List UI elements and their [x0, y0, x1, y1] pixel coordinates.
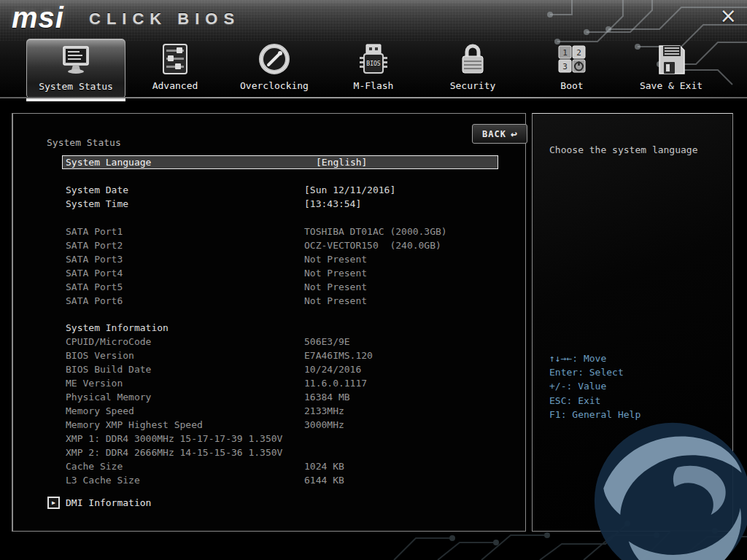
row-label: SATA Port6 — [66, 295, 304, 306]
setting-row-system-date[interactable]: System Date[Sun 12/11/2016] — [66, 184, 395, 198]
status-row-sata6: SATA Port6Not Present — [66, 295, 367, 309]
status-row-bios-version: BIOS VersionE7A46IMS.120 — [66, 350, 373, 364]
nav-underline — [0, 97, 747, 98]
shortcut-help: F1: General Help — [549, 408, 640, 421]
row-label: SATA Port2 — [66, 240, 304, 251]
shortcut-move: ↑↓→←: Move — [549, 351, 640, 365]
close-icon[interactable]: × — [720, 6, 737, 26]
tab-advanced[interactable]: Advanced — [125, 39, 225, 98]
nav-tabs: System Status Advanced — [26, 39, 721, 98]
row-value: Not Present — [304, 281, 367, 292]
submenu-arrow-icon: ▶ — [47, 497, 60, 509]
usb-bios-icon: BIOS — [357, 41, 390, 79]
row-value: 506E3/9E — [304, 336, 350, 347]
row-value: 1024 KB — [304, 461, 344, 472]
row-label: SATA Port4 — [66, 268, 304, 279]
tab-overclocking[interactable]: Overclocking — [225, 39, 324, 98]
help-description: Choose the system language — [549, 144, 698, 155]
status-row-physical-memory: Physical Memory16384 MB — [66, 392, 350, 405]
tab-label: Boot — [560, 80, 583, 91]
page-title: System Status — [47, 137, 121, 148]
row-value: 11.6.0.1117 — [304, 378, 367, 389]
row-label: XMP 2: DDR4 2666MHz 14-15-15-36 1.350V — [66, 447, 304, 458]
back-arrow-icon: ↩ — [511, 130, 517, 139]
status-row-sata2: SATA Port2OCZ-VECTOR150 (240.0GB) — [66, 240, 441, 254]
sliders-icon — [159, 41, 191, 79]
keyboard-shortcuts: ↑↓→←: Move Enter: Select +/-: Value ESC:… — [549, 351, 640, 421]
shortcut-value: +/-: Value — [549, 379, 640, 393]
row-label: SATA Port1 — [66, 226, 304, 237]
status-row-sata5: SATA Port5Not Present — [66, 281, 367, 295]
tab-save-exit[interactable]: Save & Exit — [622, 39, 721, 98]
status-row-l3-cache-size: L3 Cache Size6144 KB — [66, 475, 344, 489]
row-value: Not Present — [304, 295, 367, 306]
back-button[interactable]: BACK ↩ — [472, 124, 527, 144]
back-button-label: BACK — [482, 129, 506, 139]
row-value: [13:43:54] — [304, 198, 361, 209]
row-label: BIOS Build Date — [66, 364, 304, 375]
row-value: 2133MHz — [304, 405, 344, 416]
row-label: SATA Port3 — [66, 254, 304, 265]
status-row-xmp1: XMP 1: DDR4 3000MHz 15-17-17-39 1.350V — [66, 433, 304, 447]
lock-icon — [457, 41, 489, 79]
row-label: SATA Port5 — [66, 281, 304, 292]
tab-system-status[interactable]: System Status — [26, 39, 125, 98]
row-label: BIOS Version — [66, 350, 304, 361]
tab-label: M-Flash — [354, 80, 394, 91]
tab-boot[interactable]: 1 2 3 Boot — [522, 39, 622, 98]
monitor-icon — [58, 42, 93, 79]
tab-label: Save & Exit — [640, 80, 703, 91]
status-row-bios-build-date: BIOS Build Date10/24/2016 — [66, 364, 361, 378]
row-label: System Date — [66, 184, 304, 195]
row-label: XMP 1: DDR4 3000MHz 15-17-17-39 1.350V — [66, 433, 304, 444]
boot-order-icon: 1 2 3 — [556, 41, 588, 79]
section-title-system-information: System Information — [66, 322, 169, 333]
shortcut-select: Enter: Select — [549, 365, 640, 379]
help-panel: Choose the system language ↑↓→←: Move En… — [532, 113, 733, 532]
status-row-xmp-highest: Memory XMP Highest Speed3000MHz — [66, 419, 344, 433]
bios-screen: msi CLICK BIOS × System Status — [0, 0, 747, 560]
svg-text:3: 3 — [562, 62, 568, 71]
status-row-cpuid: CPUID/MicroCode506E3/9E — [66, 336, 350, 350]
row-label: Memory Speed — [66, 405, 304, 416]
tab-security[interactable]: Security — [423, 39, 522, 98]
msi-logo: msi — [12, 1, 64, 34]
status-row-memory-speed: Memory Speed2133MHz — [66, 405, 344, 419]
row-value: E7A46IMS.120 — [304, 350, 373, 361]
row-value: 3000MHz — [304, 419, 344, 430]
row-value: 6144 KB — [304, 475, 344, 486]
tab-label: Advanced — [152, 80, 198, 91]
row-label: L3 Cache Size — [66, 475, 304, 486]
tab-m-flash[interactable]: BIOS M-Flash — [324, 39, 423, 98]
status-row-me-version: ME Version11.6.0.1117 — [66, 378, 367, 392]
tab-label: Overclocking — [240, 80, 309, 91]
svg-text:1: 1 — [562, 48, 568, 58]
floppy-icon — [655, 41, 687, 79]
header-bar: msi CLICK BIOS × System Status — [0, 0, 747, 100]
row-label: System Time — [66, 198, 304, 209]
dmi-label: DMI Information — [66, 497, 151, 508]
row-label: Cache Size — [66, 461, 304, 472]
row-label: ME Version — [66, 378, 304, 389]
shortcut-exit: ESC: Exit — [549, 394, 640, 408]
tab-label: System Status — [39, 81, 113, 92]
main-panel: System Status BACK ↩ System Language [En… — [12, 113, 526, 532]
svg-text:BIOS: BIOS — [366, 61, 380, 67]
setting-value: [English] — [316, 157, 367, 168]
row-label: Physical Memory — [66, 392, 304, 402]
dmi-information-item[interactable]: ▶ DMI Information — [47, 497, 151, 509]
status-row-sata3: SATA Port3Not Present — [66, 254, 367, 268]
row-value: OCZ-VECTOR150 (240.0GB) — [304, 240, 441, 251]
status-row-cache-size: Cache Size1024 KB — [66, 461, 344, 475]
svg-text:2: 2 — [576, 48, 581, 58]
status-row-sata4: SATA Port4Not Present — [66, 268, 367, 281]
status-row-xmp2: XMP 2: DDR4 2666MHz 14-15-15-36 1.350V — [66, 447, 304, 461]
row-value: 10/24/2016 — [304, 364, 361, 375]
circuit-trace-decoration-bottom — [365, 502, 747, 560]
gauge-icon — [258, 41, 291, 79]
setting-row-system-time[interactable]: System Time[13:43:54] — [66, 198, 361, 212]
row-label: CPUID/MicroCode — [66, 336, 304, 347]
row-label: Memory XMP Highest Speed — [66, 419, 304, 430]
row-value: Not Present — [304, 268, 367, 279]
setting-row-system-language[interactable]: System Language [English] — [62, 155, 498, 169]
